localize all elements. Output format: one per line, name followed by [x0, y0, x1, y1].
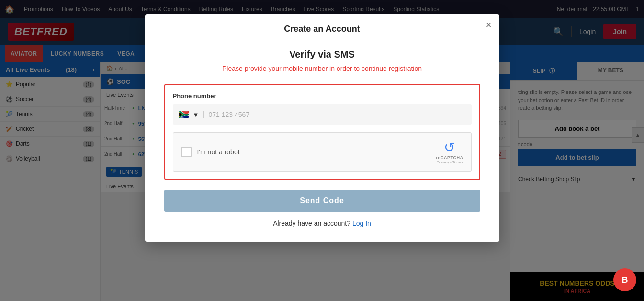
chat-button[interactable]: B [613, 268, 636, 291]
phone-country-dropdown[interactable]: ▼ [193, 111, 199, 118]
already-have-account-row: Already have an account? Log In [164, 220, 480, 227]
recaptcha-label: I'm not a robot [197, 148, 240, 156]
verify-subtitle: Please provide your mobile number in ord… [164, 65, 480, 72]
recaptcha-left: I'm not a robot [181, 147, 240, 157]
log-in-link[interactable]: Log In [352, 220, 371, 227]
recaptcha-right: ↺ reCAPTCHA Privacy • Terms [436, 139, 463, 164]
recaptcha-box[interactable]: I'm not a robot ↺ reCAPTCHA Privacy • Te… [173, 132, 472, 172]
modal-close-button[interactable]: × [486, 20, 492, 30]
recaptcha-links: Privacy • Terms [436, 160, 463, 164]
modal-divider [155, 39, 490, 39]
phone-section: Phone number 🇿🇦 ▼ | 071 123 4567 I'm not… [164, 84, 480, 180]
already-account-text: Already have an account? [273, 220, 350, 227]
recaptcha-terms[interactable]: Terms [452, 160, 463, 164]
modal-title: Create an Account [145, 14, 499, 39]
phone-number-input[interactable]: 071 123 4567 [209, 111, 466, 118]
phone-label: Phone number [173, 93, 472, 100]
flag-south-africa: 🇿🇦 [179, 109, 189, 120]
create-account-modal: × Create an Account Verify via SMS Pleas… [145, 14, 499, 242]
modal-overlay: × Create an Account Verify via SMS Pleas… [0, 0, 644, 301]
recaptcha-privacy[interactable]: Privacy [436, 160, 449, 164]
phone-separator: | [203, 110, 204, 119]
modal-body: Verify via SMS Please provide your mobil… [145, 49, 499, 242]
recaptcha-logo: ↺ [436, 139, 463, 155]
phone-dropdown-arrow: ▼ [193, 111, 199, 118]
recaptcha-checkbox[interactable] [181, 147, 192, 157]
recaptcha-brand: reCAPTCHA [436, 155, 463, 160]
phone-input-row[interactable]: 🇿🇦 ▼ | 071 123 4567 [173, 104, 472, 125]
send-code-button[interactable]: Send Code [164, 190, 480, 212]
verify-title: Verify via SMS [164, 49, 480, 60]
